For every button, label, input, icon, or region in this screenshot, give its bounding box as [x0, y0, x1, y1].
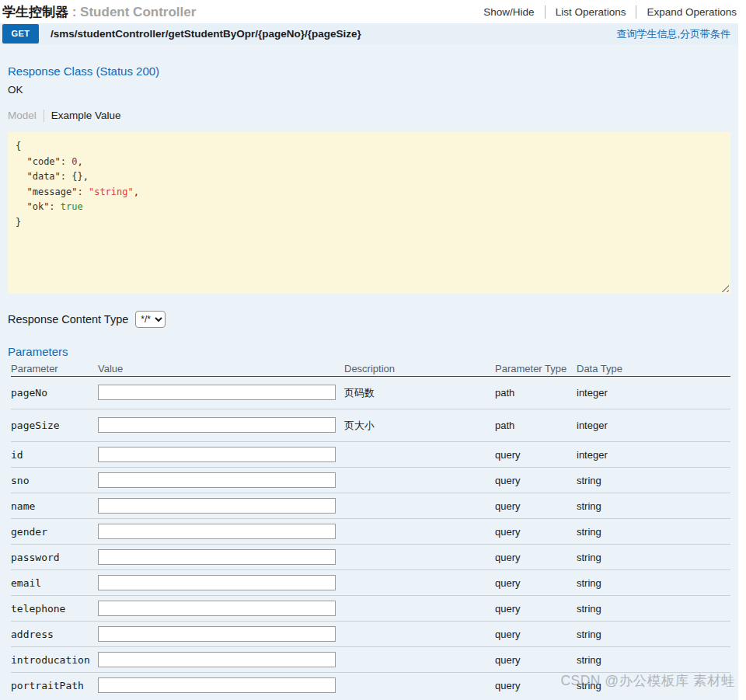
- operation-heading[interactable]: GET /sms/studentController/getStudentByO…: [0, 23, 738, 44]
- param-input-name[interactable]: [98, 498, 336, 514]
- param-input-portraitPath[interactable]: [98, 677, 336, 693]
- col-parameter: Parameter: [11, 361, 98, 377]
- param-type: path: [495, 409, 577, 442]
- param-row-id: idqueryinteger: [11, 442, 730, 468]
- param-description: [344, 493, 495, 519]
- resource-links: Show/HideList OperationsExpand Operation…: [473, 5, 737, 19]
- resource-link-list-operations[interactable]: List Operations: [545, 5, 636, 19]
- resource-title-zh: 学生控制器: [2, 5, 68, 19]
- endpoint-path[interactable]: /sms/studentController/getStudentByOpr/{…: [51, 28, 361, 40]
- resource-header: 学生控制器 : Student Controller Show/HideList…: [0, 0, 746, 23]
- param-data-type: string: [577, 673, 730, 698]
- param-input-gender[interactable]: [98, 524, 336, 539]
- param-data-type: string: [577, 596, 730, 622]
- param-row-name: namequerystring: [11, 493, 730, 519]
- param-data-type: integer: [577, 377, 730, 409]
- param-name: portraitPath: [11, 673, 98, 698]
- param-name: pageNo: [11, 377, 98, 409]
- resource-title-en: : Student Controller: [68, 5, 196, 19]
- param-data-type: string: [577, 493, 730, 519]
- resource-link-expand-operations[interactable]: Expand Operations: [636, 5, 737, 19]
- example-json-snippet[interactable]: { "code": 0, "data": {}, "message": "str…: [8, 132, 730, 294]
- param-value-cell: [98, 377, 344, 409]
- param-name: sno: [11, 468, 98, 493]
- param-name: email: [11, 570, 98, 596]
- resize-grip-icon[interactable]: [719, 282, 729, 292]
- param-value-cell: [98, 647, 344, 673]
- param-value-cell: [98, 596, 344, 622]
- param-name: gender: [11, 519, 98, 545]
- param-input-sno[interactable]: [98, 472, 336, 488]
- param-type: query: [495, 673, 577, 698]
- param-value-cell: [98, 409, 344, 442]
- param-description: [344, 622, 495, 647]
- param-input-pageSize[interactable]: [98, 417, 336, 433]
- http-method-badge[interactable]: GET: [2, 24, 39, 44]
- param-input-introducation[interactable]: [98, 652, 336, 667]
- param-data-type: integer: [577, 442, 730, 468]
- param-description: 页大小: [344, 409, 495, 442]
- param-type: path: [495, 377, 577, 409]
- param-data-type: string: [577, 570, 730, 596]
- param-row-pageNo: pageNo页码数pathinteger: [11, 377, 730, 409]
- operation-get-student: GET /sms/studentController/getStudentByO…: [0, 23, 738, 700]
- param-type: query: [495, 545, 577, 570]
- swagger-page: 学生控制器 : Student Controller Show/HideList…: [0, 0, 746, 700]
- param-input-password[interactable]: [98, 549, 336, 565]
- code-line: "code": 0,: [16, 155, 723, 170]
- code-line: "data": {},: [16, 169, 723, 185]
- parameters-header-row: Parameter Value Description Parameter Ty…: [11, 361, 730, 377]
- param-value-cell: [98, 468, 344, 493]
- param-row-telephone: telephonequerystring: [11, 596, 730, 622]
- col-description: Description: [344, 361, 495, 377]
- tab-model[interactable]: Model: [8, 110, 44, 122]
- param-name: id: [11, 442, 98, 468]
- param-description: [344, 519, 495, 545]
- response-content-type-label: Response Content Type: [8, 313, 128, 326]
- param-name: pageSize: [11, 409, 98, 442]
- param-data-type: integer: [577, 409, 730, 442]
- param-value-cell: [98, 493, 344, 519]
- response-tabs: Model Example Value: [8, 110, 730, 122]
- param-input-id[interactable]: [98, 447, 336, 462]
- param-row-portraitPath: portraitPathquerystring: [11, 673, 730, 698]
- col-data-type: Data Type: [577, 361, 730, 377]
- parameters-heading: Parameters: [8, 345, 730, 358]
- param-type: query: [495, 442, 577, 468]
- param-value-cell: [98, 442, 344, 468]
- param-name: introducation: [11, 647, 98, 673]
- param-input-telephone[interactable]: [98, 601, 336, 616]
- param-value-cell: [98, 622, 344, 647]
- param-value-cell: [98, 570, 344, 596]
- param-description: [344, 570, 495, 596]
- param-type: query: [495, 493, 577, 519]
- param-input-email[interactable]: [98, 575, 336, 590]
- operation-summary-link[interactable]: 查询学生信息,分页带条件: [616, 27, 730, 41]
- response-content-type-select[interactable]: */*: [135, 311, 166, 328]
- col-parameter-type: Parameter Type: [495, 361, 577, 377]
- param-input-pageNo[interactable]: [98, 385, 336, 400]
- param-row-password: passwordquerystring: [11, 545, 730, 570]
- param-type: query: [495, 468, 577, 493]
- param-description: [344, 468, 495, 493]
- param-description: [344, 673, 495, 698]
- param-data-type: string: [577, 647, 730, 673]
- param-name: telephone: [11, 596, 98, 622]
- response-content-type-row: Response Content Type */*: [8, 311, 730, 328]
- param-value-cell: [98, 545, 344, 570]
- tab-example-value[interactable]: Example Value: [44, 110, 121, 122]
- parameters-table: Parameter Value Description Parameter Ty…: [11, 361, 730, 698]
- response-class-heading: Response Class (Status 200): [8, 64, 730, 78]
- example-json: { "code": 0, "data": {}, "message": "str…: [16, 139, 723, 230]
- param-row-sno: snoquerystring: [11, 468, 730, 493]
- param-type: query: [495, 596, 577, 622]
- param-description: [344, 545, 495, 570]
- param-input-address[interactable]: [98, 626, 336, 642]
- param-data-type: string: [577, 468, 730, 493]
- param-row-pageSize: pageSize页大小pathinteger: [11, 409, 730, 442]
- parameters-tbody: pageNo页码数pathintegerpageSize页大小pathinteg…: [11, 377, 730, 698]
- resource-link-show-hide[interactable]: Show/Hide: [473, 5, 544, 19]
- param-row-email: emailquerystring: [11, 570, 730, 596]
- param-value-cell: [98, 519, 344, 545]
- param-row-address: addressquerystring: [11, 622, 730, 647]
